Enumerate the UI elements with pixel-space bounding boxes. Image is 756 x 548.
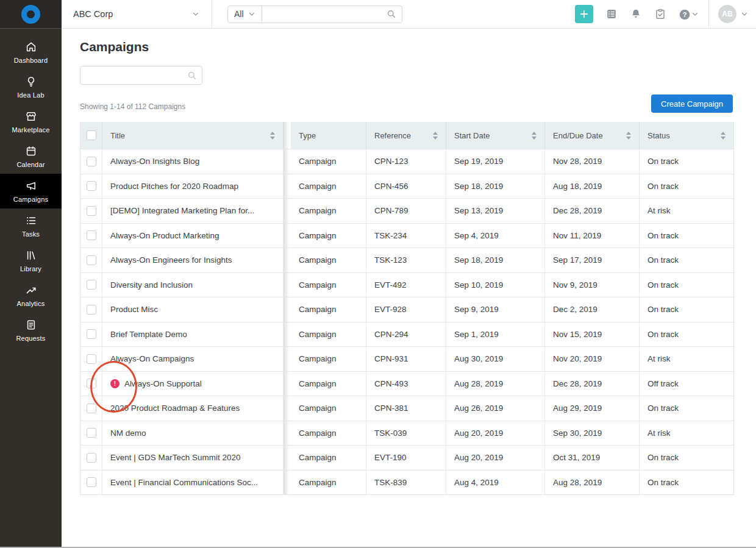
sidebar-item-library[interactable]: Library [0, 243, 62, 278]
cell-reference: TSK-839 [366, 471, 446, 495]
row-checkbox[interactable] [87, 428, 96, 438]
cell-title[interactable]: Event | Financial Communications Soc... [102, 471, 284, 495]
header-type: Type [291, 122, 366, 149]
row-select-cell [80, 224, 102, 248]
table-row[interactable]: Always-On Product MarketingCampaignTSK-2… [80, 223, 733, 248]
table-row[interactable]: Product MiscCampaignEVT-928Sep 9, 2019De… [80, 297, 733, 322]
task-list-icon [25, 215, 37, 227]
cell-type: Campaign [291, 396, 366, 421]
cell-title[interactable]: Product Misc [102, 297, 284, 322]
status-text: On track [647, 404, 679, 413]
row-checkbox[interactable] [87, 255, 96, 265]
table-row[interactable]: Always-On Engineers for InsightsCampaign… [80, 247, 733, 272]
sidebar-item-dashboard[interactable]: Dashboard [0, 35, 62, 69]
sidebar-item-calendar[interactable]: Calendar [0, 139, 62, 174]
clipboard-check-icon[interactable] [654, 8, 666, 20]
cell-start-date: Aug 4, 2019 [446, 471, 545, 495]
table-row[interactable]: Diversity and InclusionCampaignEVT-492Se… [80, 272, 733, 297]
cell-title[interactable]: !Always-On Supportal [102, 372, 284, 396]
row-checkbox[interactable] [87, 329, 96, 339]
row-select-cell [80, 347, 102, 371]
row-checkbox[interactable] [87, 230, 96, 240]
cell-type: Campaign [291, 322, 366, 347]
row-checkbox[interactable] [87, 354, 96, 364]
row-checkbox[interactable] [87, 157, 96, 166]
global-search-input[interactable] [262, 6, 387, 23]
cell-title[interactable]: Diversity and Inclusion [102, 273, 284, 297]
search-icon[interactable] [387, 9, 396, 19]
cell-title[interactable]: 2020 Product Roadmap & Features [102, 396, 284, 421]
sidebar-item-label: Calendar [16, 161, 45, 168]
sort-icon[interactable] [428, 132, 438, 140]
row-checkbox[interactable] [87, 305, 96, 315]
header-title[interactable]: Title [102, 122, 284, 149]
cell-title[interactable]: Always-On Engineers for Insights [102, 248, 284, 272]
cell-title[interactable]: Always-On Product Marketing [102, 224, 284, 248]
select-all-checkbox[interactable] [87, 130, 96, 140]
table-row[interactable]: [DEMO] Integrated Marketing Plan for...C… [80, 198, 733, 223]
help-menu[interactable]: ? [679, 9, 699, 20]
sidebar-item-idea-lab[interactable]: Idea Lab [0, 69, 62, 104]
sort-icon[interactable] [716, 132, 726, 140]
cell-end-due-date: Oct 31, 2019 [545, 446, 640, 470]
row-checkbox[interactable] [87, 280, 96, 290]
pinned-column-shadow [284, 347, 291, 371]
cell-status: On track [640, 174, 733, 199]
org-selector[interactable]: ABC Corp [73, 9, 199, 19]
row-checkbox[interactable] [87, 181, 96, 191]
row-checkbox[interactable] [87, 379, 96, 388]
table-row[interactable]: Event | GDS MarTech Summit 2020CampaignE… [80, 445, 733, 470]
cell-type: Campaign [291, 446, 366, 470]
pinned-column-shadow [284, 224, 291, 248]
cell-reference: TSK-039 [366, 421, 446, 446]
sidebar-item-analytics[interactable]: Analytics [0, 278, 62, 313]
sidebar-item-requests[interactable]: Requests [0, 313, 62, 347]
header-start-date[interactable]: Start Date [446, 122, 545, 149]
cell-title[interactable]: Always-On Campaigns [102, 347, 284, 371]
cell-title[interactable]: Product Pitches for 2020 Roadmap [102, 174, 284, 199]
cell-end-due-date: Nov 28, 2019 [545, 149, 640, 174]
cell-title[interactable]: [DEMO] Integrated Marketing Plan for... [102, 199, 284, 223]
campaign-filter-input[interactable] [80, 66, 202, 84]
table-row[interactable]: !Always-On SupportalCampaignCPN-493Aug 2… [80, 371, 733, 396]
bell-icon[interactable] [630, 8, 642, 20]
sort-icon[interactable] [621, 132, 631, 140]
table-row[interactable]: NM demoCampaignTSK-039Aug 20, 2019Sep 30… [80, 421, 733, 446]
cell-title[interactable]: Brief Template Demo [102, 322, 284, 347]
user-menu[interactable]: AB [718, 5, 748, 23]
row-checkbox[interactable] [87, 477, 96, 487]
cell-status: At risk [640, 421, 733, 446]
cell-title[interactable]: NM demo [102, 421, 284, 446]
app-logo[interactable] [0, 0, 62, 29]
sidebar-item-campaigns[interactable]: Campaigns [0, 174, 62, 208]
header-status[interactable]: Status [640, 122, 733, 149]
cell-title[interactable]: Event | GDS MarTech Summit 2020 [102, 446, 284, 470]
sidebar-item-label: Campaigns [13, 196, 48, 203]
sidebar-item-marketplace[interactable]: Marketplace [0, 104, 62, 139]
search-scope-dropdown[interactable]: All [228, 6, 262, 23]
topbar: ABC Corp All ? [62, 0, 756, 29]
table-row[interactable]: Always-On CampaignsCampaignCPN-931Aug 30… [80, 346, 733, 371]
create-campaign-button[interactable]: Create Campaign [651, 94, 733, 113]
table-row[interactable]: Always-On Insights BlogCampaignCPN-123Se… [80, 149, 733, 174]
row-checkbox[interactable] [87, 206, 96, 216]
pinned-column-shadow [284, 273, 291, 297]
header-reference[interactable]: Reference [366, 122, 446, 149]
cell-title[interactable]: Always-On Insights Blog [102, 149, 284, 174]
create-plus-icon[interactable] [575, 5, 593, 23]
cell-end-due-date: Nov 20, 2019 [545, 347, 640, 371]
sort-icon[interactable] [265, 132, 275, 140]
table-row[interactable]: Brief Template DemoCampaignCPN-294Sep 1,… [80, 322, 733, 347]
table-row[interactable]: Product Pitches for 2020 RoadmapCampaign… [80, 174, 733, 199]
row-checkbox[interactable] [87, 453, 96, 463]
pinned-column-shadow [284, 396, 291, 421]
row-checkbox[interactable] [87, 404, 96, 413]
sidebar-item-tasks[interactable]: Tasks [0, 208, 62, 243]
header-end-due-date[interactable]: End/Due Date [545, 122, 640, 149]
table-row[interactable]: 2020 Product Roadmap & FeaturesCampaignC… [80, 396, 733, 421]
table-row[interactable]: Event | Financial Communications Soc...C… [80, 470, 733, 495]
sort-icon[interactable] [527, 132, 537, 140]
cell-reference: CPN-789 [366, 199, 446, 223]
journal-icon[interactable] [605, 8, 618, 20]
cell-reference: CPN-456 [366, 174, 446, 199]
